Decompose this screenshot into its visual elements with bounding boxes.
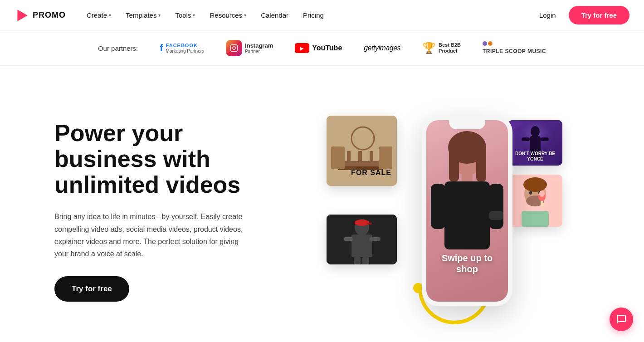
partners-label: Our partners: <box>98 44 138 52</box>
svg-rect-12 <box>379 147 392 169</box>
login-link[interactable]: Login <box>534 8 561 23</box>
nav-right: Login Try for free <box>534 6 629 24</box>
svg-rect-36 <box>530 136 541 152</box>
nav-pricing[interactable]: Pricing <box>297 8 330 23</box>
phone-frame: Swipe up to shop <box>422 116 512 306</box>
video-card-tennis <box>327 215 397 264</box>
hero-description: Bring any idea to life in minutes - by y… <box>54 210 245 260</box>
phone-notch <box>449 120 485 129</box>
svg-rect-11 <box>331 147 345 169</box>
instagram-sub: Partner <box>245 49 273 54</box>
svg-rect-20 <box>362 257 369 264</box>
swipe-text: Swipe up to shop <box>442 253 493 274</box>
svg-rect-19 <box>354 257 361 264</box>
b2b-name: Best B2BProduct <box>439 42 461 54</box>
svg-marker-0 <box>17 10 27 21</box>
svg-rect-26 <box>449 145 459 181</box>
b2b-icon: 🏆 <box>422 42 436 54</box>
triple-dots <box>483 41 546 46</box>
svg-rect-32 <box>489 211 503 220</box>
partner-b2b: 🏆 Best B2BProduct <box>422 42 461 54</box>
svg-rect-16 <box>351 235 372 257</box>
svg-rect-47 <box>522 211 549 227</box>
svg-rect-30 <box>431 184 445 229</box>
nav-left: PROMO Create ▾ Templates ▾ Tools ▾ Resou… <box>15 8 330 23</box>
partner-facebook: f FACEBOOK Marketing Partners <box>160 42 204 54</box>
svg-rect-38 <box>541 137 549 141</box>
hero-title: Power your business with unlimited video… <box>54 120 272 198</box>
nav-links: Create ▾ Templates ▾ Tools ▾ Resources ▾… <box>80 8 330 23</box>
svg-rect-22 <box>355 221 369 225</box>
chevron-down-icon: ▾ <box>193 13 195 18</box>
nav-calendar[interactable]: Calendar <box>254 8 295 23</box>
svg-rect-8 <box>347 151 351 161</box>
svg-point-2 <box>233 47 235 49</box>
video-card-concert: DON'T WORRY BE YONCÉ <box>508 120 562 166</box>
partner-youtube: YouTube <box>295 43 342 53</box>
getty-name: gettyimages <box>364 44 400 52</box>
nav-templates[interactable]: Templates ▾ <box>119 8 167 23</box>
hero-try-free-button[interactable]: Try for free <box>54 276 129 302</box>
phone-person-svg <box>426 120 508 302</box>
icecream-bg <box>508 175 562 227</box>
partner-triple: TRIPLE SCOOP MUSIC <box>483 41 546 55</box>
nav-tools[interactable]: Tools ▾ <box>169 8 201 23</box>
video-card-icecream <box>508 175 562 227</box>
logo-icon <box>15 8 29 23</box>
nav-resources[interactable]: Resources ▾ <box>203 8 253 23</box>
nav-create[interactable]: Create ▾ <box>80 8 117 23</box>
instagram-name: Instagram <box>245 42 273 49</box>
facebook-name: FACEBOOK <box>166 43 204 49</box>
svg-rect-10 <box>370 151 373 161</box>
chevron-down-icon: ▾ <box>244 13 246 18</box>
svg-point-50 <box>539 191 545 197</box>
svg-rect-23 <box>367 223 372 225</box>
svg-rect-37 <box>522 137 530 141</box>
facebook-sub: Marketing Partners <box>166 49 204 54</box>
video-card-forsale: FOR SALE <box>327 116 397 186</box>
svg-point-3 <box>235 45 236 46</box>
swipe-text-container: Swipe up to shop <box>432 253 503 274</box>
chevron-down-icon: ▾ <box>109 13 111 18</box>
tennis-bg <box>327 215 397 264</box>
svg-point-45 <box>529 191 532 195</box>
concert-text: DON'T WORRY BE YONCÉ <box>512 151 559 162</box>
forsale-text-container: FOR SALE <box>351 169 391 177</box>
svg-rect-31 <box>489 184 503 229</box>
navbar: PROMO Create ▾ Templates ▾ Tools ▾ Resou… <box>0 0 644 31</box>
chat-button[interactable] <box>610 308 633 331</box>
partners-strip: Our partners: f FACEBOOK Marketing Partn… <box>0 31 644 66</box>
chevron-down-icon: ▾ <box>158 13 161 18</box>
svg-rect-9 <box>358 151 362 161</box>
triple-name: TRIPLE SCOOP MUSIC <box>483 48 546 54</box>
svg-rect-17 <box>344 237 353 241</box>
youtube-icon <box>295 43 309 53</box>
logo[interactable]: PROMO <box>15 8 66 23</box>
hero-content: Power your business with unlimited video… <box>54 120 272 302</box>
concert-inner: DON'T WORRY BE YONCÉ <box>508 120 562 166</box>
svg-rect-27 <box>476 145 486 181</box>
nav-try-free-button[interactable]: Try for free <box>569 6 629 24</box>
svg-rect-29 <box>444 181 490 249</box>
youtube-name: YouTube <box>312 44 342 52</box>
hero-section: Power your business with unlimited video… <box>0 66 644 342</box>
instagram-icon <box>226 40 242 56</box>
svg-rect-6 <box>340 161 381 166</box>
phone-content: Swipe up to shop <box>426 120 508 302</box>
facebook-icon: f <box>160 42 163 54</box>
svg-rect-18 <box>370 237 381 241</box>
partner-getty: gettyimages <box>364 44 400 52</box>
triple-dot1 <box>483 41 487 46</box>
forsale-text: FOR SALE <box>351 169 391 177</box>
chat-icon <box>616 314 627 325</box>
partner-instagram: Instagram Partner <box>226 40 273 56</box>
svg-point-35 <box>531 126 540 137</box>
triple-dot2 <box>488 41 493 46</box>
svg-point-44 <box>523 177 547 192</box>
logo-text: PROMO <box>33 10 66 20</box>
card-forsale-inner: FOR SALE <box>327 116 397 186</box>
hero-visual: FOR SALE <box>272 93 608 329</box>
